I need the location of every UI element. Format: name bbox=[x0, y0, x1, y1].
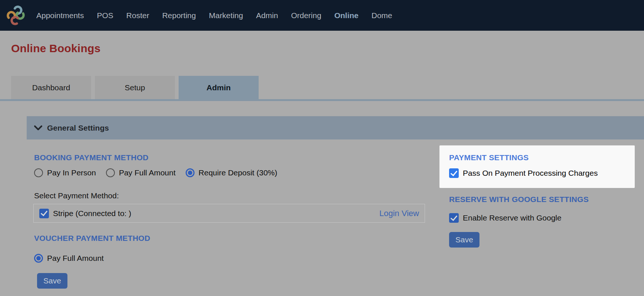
nav-menu: Appointments POS Roster Reporting Market… bbox=[36, 11, 392, 20]
nav-item-pos[interactable]: POS bbox=[97, 11, 113, 20]
radio-label: Pay In Person bbox=[47, 168, 96, 177]
radio-label: Pay Full Amount bbox=[119, 168, 176, 177]
pass-on-charges-label: Pass On Payment Processing Charges bbox=[463, 169, 598, 178]
nav-item-appointments[interactable]: Appointments bbox=[36, 11, 84, 20]
radio-button bbox=[106, 168, 115, 177]
save-reserve-google-button[interactable]: Save bbox=[449, 232, 479, 248]
top-navbar: Appointments POS Roster Reporting Market… bbox=[0, 0, 644, 31]
enable-reserve-google-label: Enable Reserve with Google bbox=[463, 213, 561, 222]
nav-item-online[interactable]: Online bbox=[334, 11, 358, 20]
tab-bar: Dashboard Setup Admin bbox=[11, 76, 259, 99]
radio-dot bbox=[188, 171, 192, 175]
checkbox-checked bbox=[449, 168, 459, 178]
general-settings-label: General Settings bbox=[47, 124, 109, 132]
tab-setup[interactable]: Setup bbox=[95, 76, 175, 99]
brand-logo[interactable] bbox=[6, 4, 27, 27]
nav-item-roster[interactable]: Roster bbox=[126, 11, 149, 20]
radio-label: Pay Full Amount bbox=[47, 254, 104, 263]
enable-reserve-google-checkbox-row[interactable]: Enable Reserve with Google bbox=[449, 213, 561, 223]
stripe-label: Stripe (Connected to: ) bbox=[53, 209, 131, 218]
tab-underline bbox=[0, 99, 644, 101]
nav-item-dome[interactable]: Dome bbox=[371, 11, 392, 20]
select-payment-method-label: Select Payment Method: bbox=[34, 191, 119, 200]
tab-admin[interactable]: Admin bbox=[179, 76, 259, 99]
check-icon bbox=[451, 169, 458, 176]
payment-settings-heading: PAYMENT SETTINGS bbox=[449, 153, 635, 162]
radio-pay-in-person[interactable]: Pay In Person bbox=[34, 168, 96, 177]
booking-payment-method-heading: BOOKING PAYMENT METHOD bbox=[34, 153, 149, 162]
check-icon bbox=[41, 209, 48, 216]
checkbox-checked bbox=[449, 213, 459, 223]
nav-item-admin[interactable]: Admin bbox=[256, 11, 278, 20]
check-icon bbox=[451, 213, 458, 221]
radio-dot bbox=[36, 256, 41, 260]
pass-on-charges-checkbox-row[interactable]: Pass On Payment Processing Charges bbox=[449, 168, 635, 178]
radio-button bbox=[34, 168, 43, 177]
payment-settings-highlight: PAYMENT SETTINGS Pass On Payment Process… bbox=[439, 145, 635, 188]
stripe-checkbox-row[interactable]: Stripe (Connected to: ) bbox=[39, 209, 131, 218]
logo-icon bbox=[6, 4, 27, 27]
radio-pay-full-amount[interactable]: Pay Full Amount bbox=[106, 168, 176, 177]
tab-dashboard[interactable]: Dashboard bbox=[11, 76, 91, 99]
save-booking-settings-button[interactable]: Save bbox=[37, 273, 67, 289]
nav-item-ordering[interactable]: Ordering bbox=[291, 11, 321, 20]
booking-payment-options: Pay In Person Pay Full Amount Require De… bbox=[34, 168, 277, 177]
payment-method-row: Stripe (Connected to: ) Login View bbox=[33, 204, 425, 223]
chevron-down-icon bbox=[34, 125, 42, 131]
login-view-link[interactable]: Login View bbox=[379, 209, 419, 218]
radio-voucher-pay-full-amount[interactable]: Pay Full Amount bbox=[34, 254, 104, 263]
voucher-payment-method-heading: VOUCHER PAYMENT METHOD bbox=[34, 234, 150, 243]
radio-button-selected bbox=[34, 254, 43, 263]
reserve-with-google-heading: RESERVE WITH GOOGLE SETTINGS bbox=[449, 195, 589, 204]
checkbox-checked bbox=[39, 209, 49, 218]
nav-item-marketing[interactable]: Marketing bbox=[209, 11, 243, 20]
radio-label: Require Deposit (30%) bbox=[199, 168, 277, 177]
nav-item-reporting[interactable]: Reporting bbox=[162, 11, 196, 20]
general-settings-header[interactable]: General Settings bbox=[27, 116, 644, 139]
radio-require-deposit[interactable]: Require Deposit (30%) bbox=[186, 168, 277, 177]
radio-button-selected bbox=[186, 168, 195, 177]
page-title: Online Bookings bbox=[11, 42, 100, 55]
